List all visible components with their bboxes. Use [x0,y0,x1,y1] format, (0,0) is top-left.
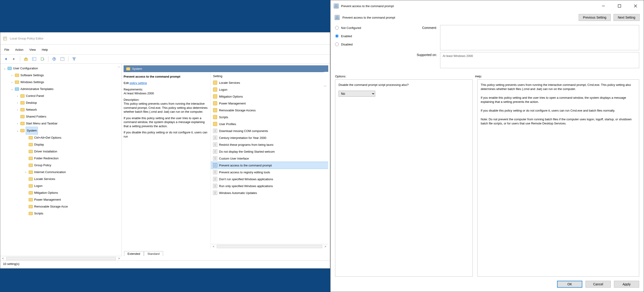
tree-item[interactable]: ›Internet Communication [2,169,122,176]
tree-item[interactable]: Driver Installation [2,148,122,155]
option-select[interactable]: No [338,91,375,97]
folder-icon [15,74,19,77]
tree-item[interactable]: ⌄User Configuration [2,65,122,72]
tree-item[interactable]: Locale Services [2,176,122,182]
tree-item[interactable]: ›Windows Settings [2,79,122,86]
list-item-label: Custom User Interface [219,157,249,160]
tree-item[interactable]: ⌄System [2,127,122,134]
gpedit-title-bar[interactable]: Local Group Policy Editor [0,32,330,45]
list-item[interactable]: Century interpretation for Year 2000 [211,134,328,141]
close-button[interactable] [629,2,642,10]
list-item[interactable]: Prevent access to the command prompt [211,162,328,169]
chevron-right-icon[interactable]: › [16,99,19,106]
tree-item[interactable]: Group Policy [2,162,122,169]
tab-standard[interactable]: Standard [144,251,163,256]
tab-extended[interactable]: Extended [124,251,144,256]
chevron-right-icon[interactable]: › [16,106,19,113]
chevron-right-icon[interactable]: › [16,120,19,127]
policy-icon [334,4,339,9]
list-item[interactable]: Scripts [211,114,328,121]
menu-view[interactable]: View [29,48,36,52]
tree-item[interactable]: Folder Redirection [2,155,122,162]
folder-icon [29,164,33,167]
settings-list[interactable]: ︿ Setting Locale ServicesLogonMitigation… [211,72,328,249]
chevron-right-icon[interactable]: › [10,79,14,86]
list-scroll-up-icon[interactable]: ︿ [324,84,327,88]
svg-rect-4 [41,58,43,60]
menu-help[interactable]: Help [42,48,48,52]
chevron-right-icon[interactable]: › [24,169,27,176]
export-list-button[interactable] [39,56,46,62]
tree-item[interactable]: Shared Folders [2,113,122,120]
tree-item[interactable]: ›Network [2,106,122,113]
list-item[interactable]: Do not display the Getting Started welco… [211,148,328,155]
chevron-right-icon[interactable]: › [16,93,19,99]
list-h-scrollbar[interactable]: <> [211,244,328,249]
cancel-button[interactable]: Cancel [586,281,611,288]
chevron-down-icon[interactable]: ⌄ [3,65,6,72]
chevron-right-icon[interactable]: › [10,72,14,79]
chevron-down-icon[interactable]: ⌄ [10,86,14,93]
folder-icon [126,67,130,71]
tree-item[interactable]: ›Start Menu and Taskbar [2,120,122,127]
tree-item[interactable]: Removable Storage Acce [2,203,122,210]
tree-item[interactable]: Power Management [2,196,122,203]
maximize-button[interactable] [612,2,626,10]
list-item[interactable]: Prevent access to registry editing tools [211,169,328,176]
list-item[interactable]: Removable Storage Access [211,107,328,114]
comment-field[interactable] [440,25,639,50]
menu-file[interactable]: File [4,48,9,52]
previous-setting-button[interactable]: Previous Setting [579,14,611,21]
list-item[interactable]: Restrict these programs from being launc [211,141,328,148]
tree-item[interactable]: ›Software Settings [2,72,122,79]
menu-action[interactable]: Action [15,48,24,52]
minimize-button[interactable] [596,2,610,10]
column-header-setting[interactable]: Setting [211,74,328,79]
list-item[interactable]: Logon [211,86,328,93]
tree-item-label: Folder Redirection [34,155,58,162]
list-item[interactable]: Locale Services [211,79,328,86]
up-button[interactable] [22,56,29,62]
list-item[interactable]: User Profiles [211,121,328,127]
tree-item[interactable]: ›Control Panel [2,93,122,99]
list-item[interactable]: Custom User Interface [211,155,328,162]
radio-not-configured[interactable]: Not Configured [335,26,392,30]
help-button[interactable]: ? [51,56,58,62]
tree-item[interactable]: ⌄Administrative Templates [2,86,122,93]
radio-enabled[interactable]: Enabled [335,34,392,38]
chevron-down-icon[interactable]: ⌄ [16,127,19,134]
tree-item[interactable]: Display [2,141,122,148]
list-item[interactable]: Power Management [211,100,328,107]
next-setting-button[interactable]: Next Setting [614,14,640,21]
list-item[interactable]: Run only specified Windows applications [211,182,328,189]
list-item[interactable]: Windows Automatic Updates [211,189,328,196]
list-item-label: Prevent access to the command prompt [219,164,272,167]
list-item[interactable]: Download missing COM components [211,127,328,134]
edit-policy-link[interactable]: policy setting [130,81,147,85]
show-hide-tree-button[interactable] [31,56,38,62]
filter-button[interactable] [71,56,78,62]
tree-scroll-up-icon[interactable]: ︿ [118,65,121,69]
list-item[interactable]: Don't run specified Windows applications [211,176,328,182]
tree-item[interactable]: Scripts [2,210,122,217]
forward-button[interactable] [11,56,18,62]
list-item[interactable]: Mitigation Options [211,93,328,100]
tree-h-scrollbar[interactable]: <> [0,256,122,260]
apply-button[interactable]: Apply [614,281,639,288]
dialog-title-bar[interactable]: Prevent access to the command prompt [330,0,644,12]
ok-button[interactable]: OK [557,281,582,288]
tree-item[interactable]: Mitigation Options [2,189,122,196]
back-button[interactable] [2,56,10,62]
folder-icon [15,81,19,84]
tree-item-label: Windows Settings [20,79,44,86]
tree-item[interactable]: ›Desktop [2,99,122,106]
help-pane[interactable]: This policy setting prevents users from … [477,79,639,277]
radio-disabled[interactable]: Disabled [335,43,392,46]
tree-item[interactable]: Logon [2,182,122,189]
tree-pane[interactable]: ︿ ⌄User Configuration›Software Settings›… [0,64,122,256]
policy-icon [213,191,217,195]
tree-item[interactable]: Ctrl+Alt+Del Options [2,134,122,141]
folder-icon [20,115,24,118]
properties-button[interactable] [59,56,66,62]
folder-icon [20,94,24,98]
